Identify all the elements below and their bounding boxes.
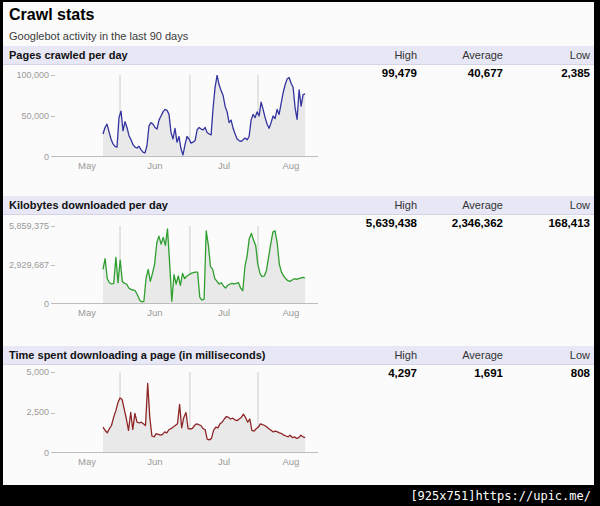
x-axis-month-label: Jun [135,456,175,467]
x-axis-month-label: Aug [271,160,311,171]
x-axis-month-label: Jul [204,307,244,318]
column-header-average: Average [413,49,503,61]
crawl-stats-page: { "page": { "title": "Crawl stats", "sub… [0,0,600,506]
y-axis-tick-label: 0 [3,299,49,309]
y-axis-tick-label: 100,000 [3,70,49,80]
x-axis-month-label: Jun [135,307,175,318]
page-title: Crawl stats [9,6,94,24]
column-header-low: Low [500,199,590,211]
section-header-bar: Pages crawled per day High Average Low [3,46,594,65]
line-chart-kilobytes-downloaded [55,226,318,304]
x-axis-month-label: Jul [204,456,244,467]
y-axis-tick-label: 50,000 [3,111,49,121]
y-axis-tick-label: 0 [3,152,49,162]
y-axis-tick-label: 2,929,687 [3,260,49,270]
y-axis-tick-label: 5,859,375 [3,221,49,231]
low-value: 808 [480,367,590,379]
y-axis-tick-label: 5,000 [3,367,49,377]
section-header-bar: Time spent downloading a page (in millis… [3,346,594,365]
column-header-low: Low [500,349,590,361]
y-axis-tick-label: 0 [3,448,49,458]
x-axis-month-label: May [67,160,107,171]
x-axis-month-label: Aug [271,307,311,318]
x-axis-month-label: Aug [271,456,311,467]
column-header-high: High [327,349,417,361]
line-chart-time-spent [55,372,318,453]
column-header-low: Low [500,49,590,61]
report-content: Crawl stats Googlebot activity in the la… [3,2,594,485]
x-axis-month-label: May [67,307,107,318]
column-header-average: Average [413,349,503,361]
section-title: Time spent downloading a page (in millis… [9,349,266,361]
page-subtitle: Googlebot activity in the last 90 days [9,30,188,42]
x-axis-month-label: May [67,456,107,467]
x-axis-month-label: Jul [204,160,244,171]
column-header-average: Average [413,199,503,211]
low-value: 168,413 [480,217,590,229]
watermark-text: [925x751]https://upic.me/ [410,489,591,503]
y-axis-tick-label: 2,500 [3,407,49,417]
section-title: Kilobytes downloaded per day [9,199,168,211]
x-axis-month-label: Jun [135,160,175,171]
line-chart-pages-crawled [55,75,318,157]
low-value: 2,385 [480,67,590,79]
column-header-high: High [327,49,417,61]
section-title: Pages crawled per day [9,49,128,61]
column-header-high: High [327,199,417,211]
section-header-bar: Kilobytes downloaded per day High Averag… [3,196,594,215]
